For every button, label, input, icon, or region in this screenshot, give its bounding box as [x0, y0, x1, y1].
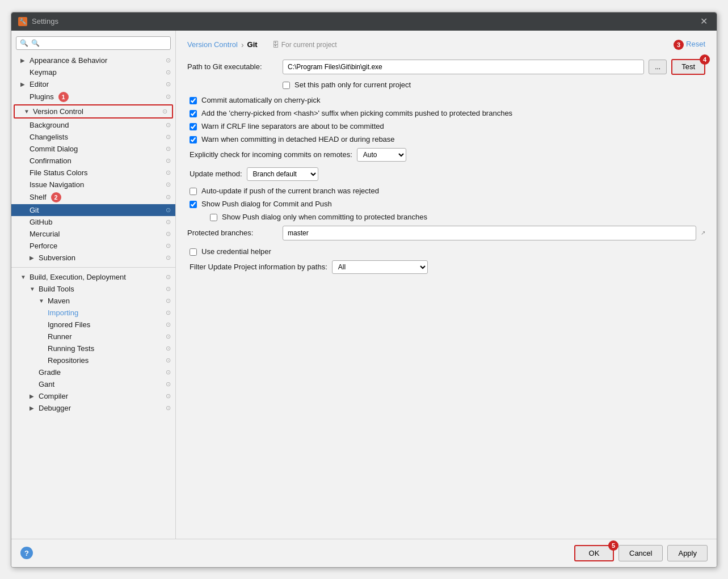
- incoming-commits-row: Explicitly check for incoming commits on…: [187, 148, 705, 162]
- copy-icon: ⊙: [166, 157, 171, 164]
- search-icon: 🔍: [20, 39, 28, 47]
- sidebar-item-perforce[interactable]: Perforce ⊙: [11, 240, 175, 252]
- show-push-dialog-checkbox[interactable]: [190, 201, 197, 208]
- sidebar-item-appearance[interactable]: ▶ Appearance & Behavior ⊙: [11, 54, 175, 66]
- sidebar-item-label: Subversion: [39, 253, 75, 262]
- sidebar-item-label: Issue Navigation: [30, 180, 84, 189]
- copy-icon: ⊙: [166, 297, 171, 305]
- toggle-icon: ▶: [20, 57, 27, 64]
- auto-update-label[interactable]: Auto-update if push of the current branc…: [201, 187, 379, 195]
- sidebar-item-label: File Status Colors: [30, 168, 88, 177]
- sidebar-item-label: Appearance & Behavior: [30, 56, 107, 65]
- protected-branches-row: Protected branches: ↗: [187, 226, 705, 240]
- cancel-button[interactable]: Cancel: [618, 545, 663, 561]
- sidebar-item-gradle[interactable]: Gradle ⊙: [11, 366, 175, 378]
- copy-icon: ⊙: [166, 369, 171, 376]
- sidebar-item-file-status-colors[interactable]: File Status Colors ⊙: [11, 167, 175, 179]
- copy-icon: ⊙: [166, 242, 171, 250]
- commit-cherry-pick-checkbox[interactable]: [190, 97, 197, 104]
- sidebar-item-repositories[interactable]: Repositories ⊙: [11, 354, 175, 366]
- copy-icon: ⊙: [166, 309, 171, 316]
- sidebar-item-runner[interactable]: Runner ⊙: [11, 331, 175, 343]
- sidebar-item-git[interactable]: Git ⊙: [11, 204, 175, 216]
- sidebar-item-confirmation[interactable]: Confirmation ⊙: [11, 155, 175, 167]
- sidebar-item-mercurial[interactable]: Mercurial ⊙: [11, 228, 175, 240]
- sidebar-item-label: Git: [30, 206, 39, 214]
- project-icon: 🗄: [272, 41, 279, 49]
- sidebar-item-commit-dialog[interactable]: Commit Dialog ⊙: [11, 143, 175, 155]
- path-label: Path to Git executable:: [187, 62, 278, 71]
- test-wrapper: 4 Test: [671, 59, 705, 75]
- sidebar-item-maven[interactable]: ▼ Maven ⊙: [11, 295, 175, 307]
- sidebar-item-plugins[interactable]: Plugins 1 ⊙: [11, 90, 175, 104]
- apply-button[interactable]: Apply: [667, 545, 708, 561]
- cherry-picked-suffix-label[interactable]: Add the 'cherry-picked from <hash>' suff…: [201, 109, 512, 117]
- cherry-picked-suffix-checkbox[interactable]: [190, 110, 197, 117]
- sidebar-item-issue-navigation[interactable]: Issue Navigation ⊙: [11, 179, 175, 191]
- copy-icon: ⊙: [166, 345, 171, 352]
- git-path-row: Path to Git executable: ... 4 Test: [187, 59, 705, 75]
- reset-button[interactable]: Reset: [686, 40, 705, 50]
- filter-select[interactable]: All Only tracked branches: [332, 260, 428, 274]
- sidebar-item-background[interactable]: Background ⊙: [11, 119, 175, 131]
- sidebar-item-ignored-files[interactable]: Ignored Files ⊙: [11, 319, 175, 331]
- sidebar-item-compiler[interactable]: ▶ Compiler ⊙: [11, 390, 175, 402]
- sidebar-item-debugger[interactable]: ▶ Debugger ⊙: [11, 402, 175, 414]
- warn-detached-checkbox[interactable]: [190, 136, 197, 143]
- sidebar-item-label: Maven: [48, 297, 70, 305]
- set-path-label[interactable]: Set this path only for current project: [294, 81, 411, 89]
- sidebar-item-label: Mercurial: [30, 230, 60, 238]
- close-button[interactable]: ✕: [698, 17, 710, 26]
- copy-icon: ⊙: [166, 254, 171, 261]
- auto-update-checkbox[interactable]: [190, 188, 197, 195]
- app-icon: 🔧: [18, 17, 27, 26]
- copy-icon: ⊙: [166, 133, 171, 141]
- copy-icon: ⊙: [166, 392, 171, 400]
- copy-icon: ⊙: [166, 145, 171, 153]
- sidebar-item-importing[interactable]: Importing ⊙: [11, 307, 175, 319]
- help-button[interactable]: ?: [20, 547, 33, 559]
- warn-detached-label[interactable]: Warn when committing in detached HEAD or…: [201, 135, 395, 143]
- commit-cherry-pick-label[interactable]: Commit automatically on cherry-pick: [201, 96, 321, 104]
- update-method-select[interactable]: Branch default Merge Rebase: [247, 167, 318, 181]
- sidebar-item-keymap[interactable]: Keymap ⊙: [11, 66, 175, 78]
- sidebar-item-build-tools[interactable]: ▼ Build Tools ⊙: [11, 283, 175, 295]
- set-path-checkbox[interactable]: [283, 82, 290, 89]
- warn-crlf-label[interactable]: Warn if CRLF line separators are about t…: [201, 122, 384, 130]
- use-credential-label[interactable]: Use credential helper: [201, 247, 271, 256]
- search-box[interactable]: 🔍: [16, 36, 171, 50]
- sidebar-item-gant[interactable]: Gant ⊙: [11, 378, 175, 390]
- sidebar-item-label: Editor: [30, 80, 49, 88]
- breadcrumb-version-control[interactable]: Version Control: [187, 40, 238, 49]
- warn-detached-row: Warn when committing in detached HEAD or…: [187, 135, 705, 143]
- warn-crlf-checkbox[interactable]: [190, 123, 197, 130]
- copy-icon: ⊙: [166, 404, 171, 412]
- incoming-commits-select[interactable]: Auto Always Never: [357, 148, 406, 162]
- show-push-protected-label[interactable]: Show Push dialog only when committing to…: [222, 213, 427, 221]
- copy-icon: ⊙: [166, 69, 171, 76]
- sidebar-item-version-control[interactable]: ▼ Version Control ⊙: [15, 105, 172, 117]
- sidebar-item-label: Background: [30, 121, 69, 129]
- annotation-5: 5: [608, 540, 618, 551]
- sidebar-item-subversion[interactable]: ▶ Subversion ⊙: [11, 252, 175, 264]
- sidebar-item-label: Version Control: [33, 107, 83, 116]
- protected-branches-input[interactable]: [283, 226, 696, 240]
- sidebar-item-changelists[interactable]: Changelists ⊙: [11, 131, 175, 143]
- sidebar-item-running-tests[interactable]: Running Tests ⊙: [11, 343, 175, 354]
- reset-wrapper: 3 Reset: [671, 40, 705, 50]
- show-push-dialog-label[interactable]: Show Push dialog for Commit and Push: [201, 200, 332, 208]
- sidebar-item-shelf[interactable]: Shelf 2 ⊙: [11, 191, 175, 204]
- sidebar-item-build-execution[interactable]: ▼ Build, Execution, Deployment ⊙: [11, 271, 175, 283]
- sidebar-item-editor[interactable]: ▶ Editor ⊙: [11, 78, 175, 90]
- auto-update-row: Auto-update if push of the current branc…: [187, 187, 705, 195]
- browse-button[interactable]: ...: [649, 60, 667, 74]
- update-method-row: Update method: Branch default Merge Reba…: [187, 167, 705, 181]
- sidebar-item-github[interactable]: GitHub ⊙: [11, 216, 175, 228]
- toggle-icon: ▶: [20, 81, 27, 87]
- search-input[interactable]: [16, 36, 171, 50]
- toggle-icon: ▼: [20, 274, 27, 280]
- show-push-protected-checkbox[interactable]: [210, 214, 217, 221]
- bottom-bar: ? 5 OK Cancel Apply: [11, 539, 717, 567]
- git-path-input[interactable]: [283, 60, 644, 74]
- use-credential-checkbox[interactable]: [190, 248, 197, 256]
